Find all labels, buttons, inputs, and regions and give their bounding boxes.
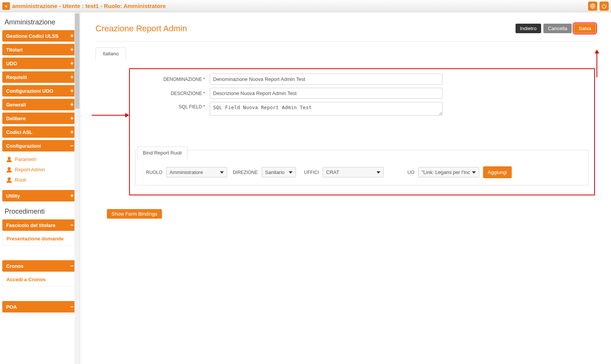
sidebar-item-label: Requisiti — [6, 74, 27, 80]
sidebar-item-titolari[interactable]: Titolari + — [2, 44, 78, 55]
sidebar-item-label: Utility — [6, 193, 20, 199]
topbar: « amministrazione - Utente : test1 - Ruo… — [0, 0, 611, 12]
sidebar-sub-label: Ruoli — [15, 177, 26, 183]
expand-icon: + — [70, 115, 74, 121]
sidebar-item-label: UDO — [6, 61, 17, 66]
expand-icon: + — [70, 193, 74, 199]
sidebar-item-fascicolo[interactable]: Fascicolo del titolare – — [2, 219, 78, 231]
show-form-bindings-button[interactable]: Show Form Bindings — [107, 209, 162, 219]
uo-label: UO — [388, 170, 414, 175]
chevron-down-icon — [289, 171, 293, 174]
direzione-label: DIREZIONE — [231, 170, 258, 175]
user-icon — [6, 177, 12, 183]
sidebar-sub-label: Accedi a Cronos — [6, 277, 46, 282]
descrizione-input[interactable] — [210, 88, 443, 99]
chevron-down-icon — [377, 171, 380, 174]
sidebar-item-label: Configurazioni — [6, 143, 41, 149]
sidebar-sublist-configurazioni: Parametri Report Admin Ruoli — [2, 152, 78, 187]
denominazione-input[interactable] — [210, 74, 443, 85]
ruolo-select[interactable]: Amministratore — [166, 167, 227, 177]
sidebar-sublist-fascicolo: Presentazione domande — [2, 232, 78, 246]
uffici-select-value: CRAT — [326, 169, 339, 175]
sidebar-item-label: Delibere — [6, 116, 26, 121]
denominazione-label: DENOMINAZIONE * — [135, 77, 210, 82]
collapse-icon: – — [70, 263, 74, 269]
expand-icon: + — [70, 60, 74, 66]
main-content: Creazione Report Admin Indietro Cancella… — [80, 12, 611, 364]
sidebar: Amministrazione Gestione Codici ULSS + T… — [0, 12, 80, 364]
sidebar-item-label: Generali — [6, 102, 26, 108]
ruolo-select-value: Amministratore — [170, 169, 203, 175]
globe-icon[interactable] — [588, 2, 597, 11]
uo-select-value: "Link: Legami per l'Inclusio — [422, 169, 470, 175]
sidebar-item-label: Configurazioni UDO — [6, 88, 53, 94]
sidebar-sub-parametri[interactable]: Parametri — [3, 154, 77, 164]
aggiungi-button[interactable]: Aggiungi — [483, 166, 512, 178]
sidebar-item-poa[interactable]: POA – — [2, 301, 78, 312]
sidebar-sub-ruoli[interactable]: Ruoli — [3, 175, 77, 185]
sidebar-scrollbar[interactable] — [74, 12, 80, 364]
sidebar-item-utility[interactable]: Utility + — [2, 190, 78, 201]
sidebar-sub-label: Presentazione domande — [6, 236, 64, 242]
expand-icon: + — [70, 47, 74, 53]
expand-icon: + — [70, 101, 74, 108]
sidebar-item-label: Fascicolo del titolare — [6, 222, 55, 228]
sidebar-item-gestione-codici-ulss[interactable]: Gestione Codici ULSS + — [2, 30, 78, 42]
back-button[interactable]: Indietro — [516, 24, 541, 33]
direzione-select[interactable]: Sanitario — [262, 167, 296, 177]
sql-field-label: SQL FIELD * — [135, 102, 210, 110]
collapse-sidebar-button[interactable]: « — [2, 2, 10, 10]
sidebar-item-delibere[interactable]: Delibere + — [2, 113, 78, 124]
expand-icon: + — [70, 129, 74, 135]
annotation-arrow-icon — [596, 53, 597, 77]
sidebar-sub-label: Report Admin — [15, 167, 45, 172]
expand-icon: + — [70, 88, 74, 94]
sidebar-sub-presentazione-domande[interactable]: Presentazione domande — [3, 234, 77, 244]
power-icon[interactable] — [600, 2, 609, 11]
sql-field-textarea[interactable] — [210, 102, 443, 116]
collapse-icon: – — [70, 304, 74, 310]
annotation-arrow-icon — [92, 115, 128, 116]
chevron-down-icon — [220, 171, 224, 174]
tab-bind-report-ruoli[interactable]: Bind Report Ruoli — [137, 147, 188, 159]
expand-icon: + — [70, 33, 74, 39]
uffici-label: UFFICI — [300, 170, 319, 175]
collapse-icon: – — [70, 143, 74, 149]
sidebar-item-generali[interactable]: Generali + — [2, 99, 78, 110]
sidebar-item-label: POA — [6, 304, 17, 310]
expand-icon: + — [70, 74, 74, 80]
sidebar-section-amministrazione: Amministrazione — [2, 14, 78, 30]
collapse-icon: – — [70, 222, 74, 228]
sidebar-sub-label: Parametri — [15, 156, 36, 162]
save-button[interactable]: Salva — [574, 24, 596, 33]
chevron-down-icon — [472, 171, 476, 174]
sidebar-sub-report-admin[interactable]: Report Admin — [3, 164, 77, 175]
uo-select[interactable]: "Link: Legami per l'Inclusio — [418, 167, 479, 177]
app-title: amministrazione - Utente : test1 - Ruolo… — [12, 3, 166, 9]
sidebar-item-requisiti[interactable]: Requisiti + — [2, 71, 78, 83]
uffici-select[interactable]: CRAT — [323, 167, 384, 177]
sidebar-item-udo[interactable]: UDO + — [2, 58, 78, 69]
sidebar-item-label: Gestione Codici ULSS — [6, 33, 58, 39]
sidebar-section-procedimenti: Procedimenti — [2, 204, 78, 219]
sidebar-item-label: Cronos — [6, 263, 24, 269]
sidebar-item-label: Titolari — [6, 47, 23, 53]
sidebar-item-configurazioni[interactable]: Configurazioni – — [2, 140, 78, 151]
ruolo-label: RUOLO — [143, 170, 162, 175]
tab-italiano[interactable]: Italiano — [95, 47, 126, 60]
cancel-button[interactable]: Cancella — [543, 24, 572, 33]
sidebar-item-codici-asl[interactable]: Codici ASL + — [2, 126, 78, 138]
form-panel: DENOMINAZIONE * DESCRIZIONE * SQL FIELD … — [129, 68, 595, 195]
sidebar-item-label: Codici ASL — [6, 129, 32, 135]
sidebar-scrollbar-thumb[interactable] — [75, 13, 79, 109]
user-icon — [6, 157, 12, 162]
page-title: Creazione Report Admin — [95, 24, 187, 34]
user-icon — [6, 167, 12, 172]
direzione-select-value: Sanitario — [265, 169, 284, 175]
descrizione-label: DESCRIZIONE * — [135, 91, 210, 96]
sidebar-item-configurazioni-udo[interactable]: Configurazioni UDO + — [2, 85, 78, 97]
sidebar-item-cronos[interactable]: Cronos – — [2, 260, 78, 272]
sidebar-sub-accedi-cronos[interactable]: Accedi a Cronos — [3, 274, 77, 285]
sidebar-sublist-cronos: Accedi a Cronos — [2, 272, 78, 287]
